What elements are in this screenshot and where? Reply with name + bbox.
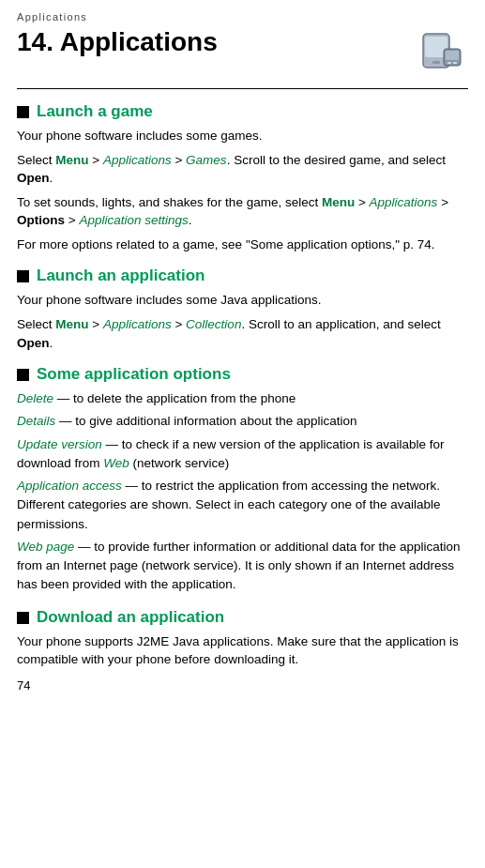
chapter-name: Applications [60,27,218,56]
svg-rect-6 [453,62,457,64]
option-update: Update version — to check if a new versi… [17,435,468,474]
breadcrumb: Applications [17,11,468,23]
section-heading-text: Launch a game [37,102,153,121]
option-delete: Delete — to delete the application from … [17,389,468,408]
section-heading-text: Download an application [37,608,224,627]
launch-game-p1: Your phone software includes some games. [17,127,468,145]
section-heading-text: Some application options [37,365,231,384]
svg-rect-4 [446,51,459,60]
launch-app-p1: Your phone software includes some Java a… [17,291,468,310]
launch-game-p4: For more options related to a game, see … [17,236,468,254]
section-app-options-heading: Some application options [17,365,468,384]
section-launch-app-heading: Launch an application [17,266,468,285]
section-launch-game-heading: Launch a game [17,102,468,121]
launch-game-p2: Select Menu > Applications > Games. Scro… [17,151,468,188]
option-access: Application access — to restrict the app… [17,477,468,534]
section-heading-text: Launch an application [37,266,205,285]
section-bullet [17,369,29,381]
section-bullet [17,270,29,282]
launch-app-p2: Select Menu > Applications > Collection.… [17,315,468,352]
app-icon [416,30,468,83]
svg-rect-2 [432,61,440,64]
option-details: Details — to give additional information… [17,412,468,431]
option-webpage: Web page — to provide further informatio… [17,538,468,595]
section-bullet [17,106,29,118]
download-app-p1: Your phone supports J2ME Java applicatio… [17,632,468,669]
svg-rect-5 [447,62,451,64]
section-download-app-heading: Download an application [17,608,468,627]
title-row: 14. Applications [17,28,468,89]
page-wrapper: Applications 14. Applications Launch a g… [0,0,485,711]
launch-game-p3: To set sounds, lights, and shakes for th… [17,193,468,230]
page-number: 74 [17,678,468,693]
chapter-title: 14. Applications [17,28,218,57]
chapter-number: 14. [17,27,53,56]
section-bullet [17,612,29,624]
